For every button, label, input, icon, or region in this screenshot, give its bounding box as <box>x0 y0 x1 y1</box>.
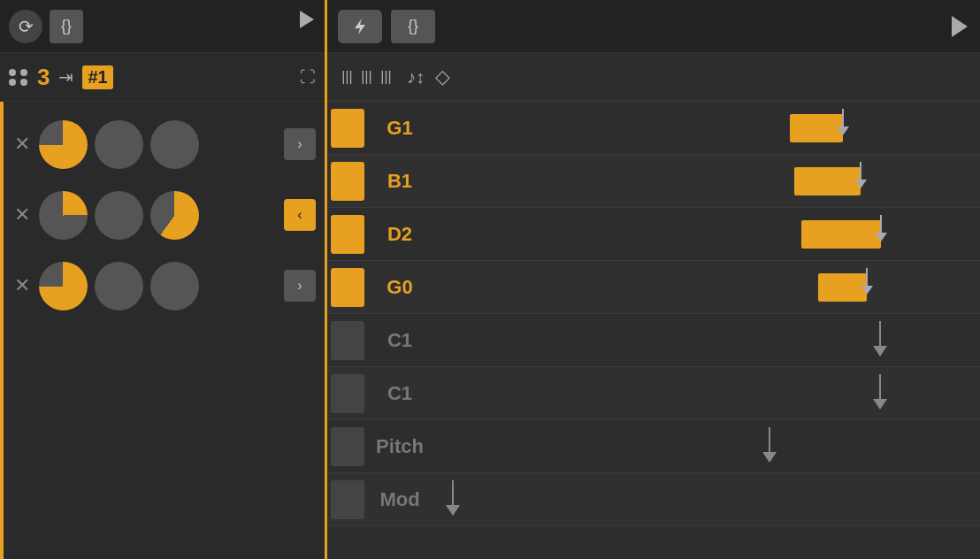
note-block-b1[interactable] <box>794 167 861 195</box>
pitch-marker-g1 <box>837 109 849 135</box>
track-lane-pitch[interactable] <box>435 420 980 472</box>
circle-3-3[interactable] <box>150 262 199 310</box>
import-icon[interactable]: ⇥ <box>58 66 73 88</box>
track-lane-mod[interactable] <box>435 473 980 525</box>
track-lane-g0[interactable] <box>435 261 980 313</box>
mute-button-1[interactable]: ✕ <box>12 133 32 156</box>
pitch-marker-mod <box>446 480 460 516</box>
track-label-d2: D2 <box>364 223 435 246</box>
dots-grid-icon[interactable] <box>9 69 28 86</box>
track-row-pitch: Pitch <box>327 420 980 473</box>
track-row-c1a: C1 <box>327 314 980 367</box>
pitch-marker-g0 <box>861 268 873 295</box>
circle-1-1[interactable] <box>39 120 88 169</box>
note-block-g1[interactable] <box>790 114 843 142</box>
bars-icon[interactable]: ⫼⫼⫼ <box>338 65 396 88</box>
track-inactive-pitch[interactable] <box>331 427 364 466</box>
lightning-icon <box>350 17 370 36</box>
pitch-marker-pitch <box>762 427 777 463</box>
right-second-bar: ⫼⫼⫼ ♪↕ ◇ <box>327 53 980 102</box>
note-block-d2[interactable] <box>801 220 881 249</box>
track-row-d2: D2 <box>327 208 980 261</box>
track-label-b1: B1 <box>364 170 435 193</box>
right-play-button[interactable] <box>952 16 968 37</box>
track-row-g0: G0 <box>327 261 980 314</box>
left-play-button[interactable] <box>300 11 314 28</box>
pitch-marker-c1a <box>873 321 887 356</box>
track-row-mod: Mod <box>327 473 980 526</box>
track-active-g1[interactable] <box>331 109 364 148</box>
right-top-bar: {} <box>327 0 980 53</box>
circle-3-2[interactable] <box>95 262 143 310</box>
track-label-g0: G0 <box>364 276 435 299</box>
right-panel: {} ⫼⫼⫼ ♪↕ ◇ G1 B1 <box>327 0 980 559</box>
circle-1-2[interactable] <box>95 120 143 169</box>
track-label-g1: G1 <box>364 117 435 140</box>
track-inactive-c1b[interactable] <box>331 374 364 413</box>
svg-marker-0 <box>355 19 365 34</box>
track-active-b1[interactable] <box>331 162 364 201</box>
loop-icon[interactable]: ⟳ <box>9 10 42 43</box>
note-icon[interactable]: ♪↕ <box>407 67 425 88</box>
diamond-icon[interactable]: ◇ <box>435 65 450 88</box>
tracks-area: G1 B1 D2 <box>327 102 980 559</box>
track-active-d2[interactable] <box>331 215 364 254</box>
left-brace-button[interactable]: {} <box>50 10 83 43</box>
track-active-g0[interactable] <box>331 268 364 307</box>
track-row-g1: G1 <box>327 102 980 155</box>
nav-right-3[interactable]: › <box>284 270 316 302</box>
left-top-bar: ⟳ {} <box>0 0 325 53</box>
track-label-pitch: Pitch <box>364 435 435 458</box>
note-block-g0[interactable] <box>818 273 867 302</box>
track-lane-c1b[interactable] <box>435 367 980 419</box>
lightning-button[interactable] <box>338 10 382 43</box>
track-lane-c1a[interactable] <box>435 314 980 366</box>
track-row-b1: B1 <box>327 155 980 208</box>
pitch-marker-b1 <box>854 162 867 188</box>
pitch-marker-d2 <box>875 215 887 241</box>
left-panel: ⟳ {} 3 ⇥ #1 ⛶ ✕ › ✕ ‹ <box>0 0 327 559</box>
nav-left-2[interactable]: ‹ <box>284 199 316 231</box>
circle-1-3[interactable] <box>150 120 199 169</box>
track-row-c1b: C1 <box>327 367 980 420</box>
circle-2-1[interactable] <box>39 191 88 240</box>
track-lane-b1[interactable] <box>435 155 980 207</box>
track-inactive-c1a[interactable] <box>331 321 364 360</box>
circle-2-2[interactable] <box>95 191 143 240</box>
circle-3-1[interactable] <box>39 262 88 310</box>
mute-button-2[interactable]: ✕ <box>12 203 32 226</box>
preset-badge[interactable]: #1 <box>82 65 112 89</box>
track-label-c1a: C1 <box>364 329 435 352</box>
track-label-c1b: C1 <box>364 382 435 405</box>
matrix-row-3: ✕ › <box>4 250 325 321</box>
right-brace-label: {} <box>408 17 418 35</box>
circle-2-3[interactable] <box>150 191 199 240</box>
right-brace-button[interactable]: {} <box>391 10 435 43</box>
nav-right-1[interactable]: › <box>284 128 316 160</box>
mute-button-3[interactable]: ✕ <box>12 274 32 297</box>
matrix-row-1: ✕ › <box>4 109 325 180</box>
track-lane-d2[interactable] <box>435 208 980 260</box>
track-label-mod: Mod <box>364 488 435 511</box>
matrix-row-2: ✕ ‹ <box>4 180 325 250</box>
track-inactive-mod[interactable] <box>331 480 364 519</box>
brace-label: {} <box>61 17 72 35</box>
track-number: 3 <box>37 64 50 91</box>
pitch-marker-c1b <box>873 374 887 410</box>
left-second-bar: 3 ⇥ #1 ⛶ <box>0 53 325 102</box>
expand-icon[interactable]: ⛶ <box>300 68 316 87</box>
track-lane-g1[interactable] <box>435 102 980 154</box>
matrix-area: ✕ › ✕ ‹ ✕ › <box>0 102 325 559</box>
